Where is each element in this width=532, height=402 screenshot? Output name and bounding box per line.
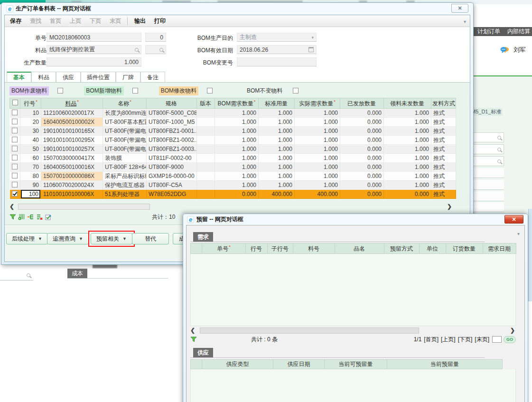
search-icon[interactable] (135, 48, 139, 52)
tab[interactable]: 插件位置 (81, 72, 116, 83)
row-checkbox-cell[interactable] (10, 136, 20, 145)
toolbar-item[interactable]: 上页 (65, 17, 85, 25)
filter-icon[interactable] (190, 336, 197, 343)
user-name[interactable]: 刘军 (513, 46, 526, 54)
row-checkbox[interactable] (12, 137, 18, 142)
tab[interactable]: 料品 (31, 72, 56, 83)
row-checkbox-cell[interactable] (10, 127, 20, 136)
row-checkbox[interactable] (12, 128, 18, 133)
material-aux-field[interactable] (145, 45, 166, 54)
nav-tab[interactable]: 内部结算 (507, 28, 530, 36)
table-row[interactable]: 40 190100100100295X UT-800F(带漏电... UT800… (10, 136, 456, 145)
nav-tab[interactable]: 计划订单 (477, 28, 500, 36)
toolbar-item[interactable]: 打印 (150, 17, 170, 25)
action-button[interactable]: 替代 (132, 233, 169, 244)
table-row[interactable]: 70 160400500100016X UT-800F 128×64... UT… (10, 163, 456, 172)
table-row[interactable]: 60 150700300000417X 装饰膜 UT811F-0002-00 1… (10, 154, 456, 163)
action-button[interactable]: 预留相关▼ (91, 233, 132, 244)
search-icon[interactable] (497, 136, 501, 140)
toolbar-item[interactable]: 下页 (85, 17, 105, 25)
table-row[interactable]: 10 112100600200017X 长度为800mm连... UT800F-… (10, 109, 456, 118)
pagination-link[interactable]: [上页] (441, 336, 456, 344)
table-row[interactable]: 90 110600700200024X 保护电流互感器 UT800F-C5A 1… (10, 181, 456, 190)
toolbar-item[interactable]: 保存 (6, 17, 26, 25)
go-button[interactable]: GO (504, 336, 516, 343)
tab-supply[interactable]: 供应 (193, 348, 213, 357)
search-icon[interactable] (497, 159, 501, 163)
bom-change-field[interactable] (237, 57, 317, 66)
chevron-down-icon[interactable]: ▾ (517, 231, 520, 236)
row-checkbox-cell[interactable] (10, 163, 20, 172)
filter-icon[interactable] (9, 214, 16, 220)
table-row[interactable]: 30 190100100100165X UT-800F(带漏电... UT800… (10, 127, 456, 136)
order-no-field[interactable]: MO2018060003 (47, 33, 141, 42)
pagination-link[interactable]: 1/1 (414, 336, 422, 343)
row-checkbox-cell[interactable] (10, 109, 20, 118)
row-checkbox-cell[interactable] (10, 145, 20, 154)
tab-cost[interactable]: 成本 (67, 269, 87, 279)
action-button[interactable]: 追溯查询▼ (47, 233, 89, 244)
tab-demand[interactable]: 需求 (193, 232, 213, 242)
calendar-icon[interactable] (308, 47, 314, 52)
toolbar-item[interactable]: 查找 (26, 17, 46, 25)
close-icon[interactable]: ✕ (504, 215, 523, 224)
bom-date-field[interactable]: 2018.06.26 (237, 45, 317, 54)
row-checkbox-cell[interactable] (10, 190, 20, 199)
tab[interactable]: 基本 (7, 72, 31, 83)
row-checkbox-cell[interactable] (10, 154, 20, 163)
row-checkbox[interactable] (12, 182, 18, 187)
scrollbar-thumb[interactable] (18, 204, 150, 210)
tab[interactable]: 供应 (56, 72, 81, 83)
scroll-left-icon[interactable]: ❮ (190, 327, 195, 334)
qty-field[interactable]: 1.000 (47, 57, 141, 66)
table-row[interactable]: 20 160400500100002X UT-800F基本配置... UT800… (10, 118, 456, 127)
select-all-checkbox[interactable] (12, 100, 18, 105)
row-checkbox[interactable] (12, 155, 18, 160)
delete-rows-icon[interactable] (36, 214, 43, 220)
pagination-link[interactable]: [下页] (458, 336, 473, 344)
scrollbar-thumb[interactable] (200, 327, 419, 334)
row-checkbox[interactable] (12, 173, 18, 178)
legend-checkbox[interactable] (293, 88, 299, 93)
dialog-titlebar[interactable]: e 生产订单备料表 -- 网页对话框 ✕ (4, 3, 470, 15)
bg-search-field[interactable] (0, 270, 33, 280)
row-checkbox-cell[interactable] (10, 181, 20, 190)
toolbar-item[interactable]: 末页 (105, 17, 125, 25)
scroll-right-icon[interactable]: ❯ (447, 203, 452, 210)
close-icon[interactable]: ✕ (451, 4, 468, 13)
bom-purpose-select[interactable]: 主制造▾ (237, 33, 317, 42)
dialog-titlebar[interactable]: e 预留 -- 网页对话框 ✕ (186, 214, 525, 225)
row-checkbox-cell[interactable] (10, 118, 20, 127)
row-checkbox[interactable] (12, 146, 18, 151)
legend-checkbox[interactable] (57, 88, 63, 93)
scroll-left-icon[interactable]: ❮ (9, 203, 14, 210)
row-checkbox-cell[interactable] (10, 172, 20, 181)
legend-checkbox[interactable] (207, 88, 213, 93)
toolbar-item[interactable]: 首页 (46, 17, 65, 25)
chevron-down-icon[interactable]: ▾ (464, 19, 466, 24)
scroll-right-icon[interactable]: ❯ (510, 327, 515, 334)
row-checkbox[interactable] (12, 164, 18, 169)
row-checkbox[interactable] (12, 191, 18, 196)
tab[interactable]: 厂牌 (116, 72, 140, 83)
background-scrollbar[interactable] (528, 209, 532, 301)
edit-check-icon[interactable] (45, 214, 52, 220)
tab[interactable]: 备注 (140, 72, 165, 83)
search-icon[interactable] (497, 148, 501, 151)
row-checkbox[interactable] (12, 119, 18, 124)
legend-checkbox[interactable] (132, 88, 138, 93)
row-checkbox[interactable] (12, 110, 18, 115)
action-button[interactable]: 后续处理▼ (6, 233, 48, 244)
search-icon[interactable] (159, 48, 163, 52)
pagination-link[interactable]: [末页] (475, 336, 489, 344)
search-icon[interactable] (27, 273, 30, 277)
pagination-link[interactable]: [首页] (424, 336, 439, 344)
table-row[interactable]: 100 110100100100006X 51系列处理器 W78E052DDG … (10, 190, 456, 199)
page-input[interactable] (492, 336, 502, 343)
add-row-icon[interactable] (18, 214, 25, 220)
table-row[interactable]: 50 190100100100257X UT-800F(带漏电... UT800… (10, 145, 456, 154)
toolbar-item[interactable]: 输出 (127, 17, 150, 25)
collapse-icon[interactable] (27, 214, 34, 220)
table-row[interactable]: 80 150700100000086X 采标产品标识标贴 GXMP16-0000… (10, 172, 456, 181)
order-no-aux-field[interactable]: 0 (145, 33, 166, 42)
